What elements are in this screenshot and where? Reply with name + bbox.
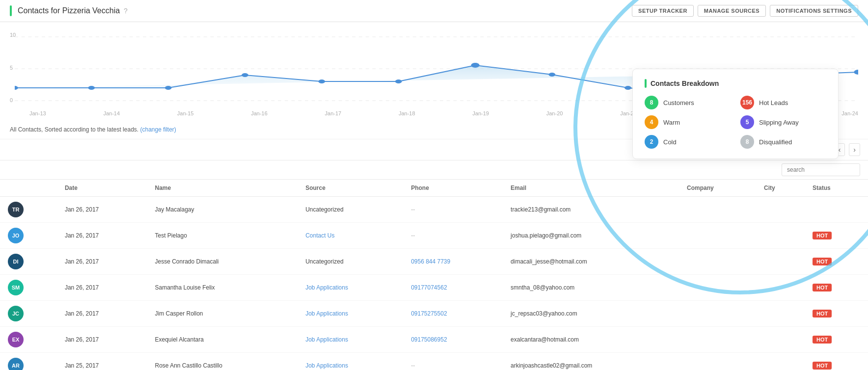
breakdown-badge: 8: [645, 96, 658, 109]
phone-cell[interactable]: 09177074562: [403, 275, 503, 301]
avatar[interactable]: TR: [8, 202, 24, 217]
name-cell[interactable]: Samantha Louise Felix: [147, 275, 298, 301]
col-email[interactable]: Email: [503, 180, 679, 197]
col-date[interactable]: Date: [57, 180, 147, 197]
status-cell: HOT: [805, 223, 868, 249]
breakdown-badge: 5: [740, 115, 754, 129]
source-cell[interactable]: Contact Us: [298, 223, 403, 249]
x-label-jan18: Jan-18: [399, 110, 415, 116]
svg-point-12: [624, 86, 631, 90]
col-status[interactable]: Status: [805, 180, 868, 197]
col-city[interactable]: City: [756, 180, 805, 197]
avatar-cell: EX: [0, 327, 57, 353]
breakdown-label: Disqualified: [759, 138, 792, 146]
date-cell: Jan 26, 2017: [57, 275, 147, 301]
source-link[interactable]: Job Applications: [305, 362, 348, 369]
email-cell: exalcantara@hotmail.com: [503, 327, 679, 353]
city-cell: [756, 275, 805, 301]
x-label-jan19: Jan-19: [472, 110, 489, 116]
next-button[interactable]: ›: [849, 143, 860, 156]
phone-link[interactable]: 09175086952: [411, 336, 447, 343]
avatar-cell: AR: [0, 353, 57, 370]
city-cell: [756, 327, 805, 353]
avatar[interactable]: JC: [8, 306, 24, 321]
name-cell[interactable]: Test Pielago: [147, 223, 298, 249]
svg-point-10: [471, 63, 479, 68]
company-cell: [679, 327, 756, 353]
source-cell: Uncategorized: [298, 249, 403, 275]
manage-sources-button[interactable]: MANAGE SOURCES: [698, 5, 766, 17]
status-badge: HOT: [813, 310, 832, 317]
name-cell[interactable]: Jay Macalagay: [147, 197, 298, 223]
company-cell: [679, 223, 756, 249]
phone-link[interactable]: 09175275502: [411, 310, 447, 317]
breakdown-label: Hot Leads: [759, 99, 788, 106]
phone-cell[interactable]: 09175275502: [403, 301, 503, 327]
status-cell: HOT: [805, 327, 868, 353]
col-phone[interactable]: Phone: [403, 180, 503, 197]
x-label-jan16: Jan-16: [251, 110, 268, 116]
email-cell: smntha_08@yahoo.com: [503, 275, 679, 301]
phone-dash: --: [411, 206, 415, 213]
phone-cell[interactable]: 09175086952: [403, 327, 503, 353]
table-row: ARJan 25, 2017Rose Ann Castillo Castillo…: [0, 353, 868, 370]
city-cell: [756, 249, 805, 275]
source-cell[interactable]: Job Applications: [298, 275, 403, 301]
email-cell: jc_repsac03@yahoo.com: [503, 301, 679, 327]
status-badge: HOT: [813, 232, 832, 239]
phone-link[interactable]: 09177074562: [411, 284, 447, 291]
avatar[interactable]: JO: [8, 228, 24, 243]
breakdown-item: 8Disqualified: [740, 135, 826, 149]
page-title: Contacts for Pizzeria Vecchia: [18, 6, 120, 15]
svg-point-6: [165, 86, 172, 90]
table-row: EXJan 26, 2017Exequiel AlcantaraJob Appl…: [0, 327, 868, 353]
breakdown-title-text: Contacts Breakdown: [651, 79, 719, 87]
source-link[interactable]: Job Applications: [305, 336, 348, 343]
avatar[interactable]: AR: [8, 358, 24, 370]
breakdown-item: 4Warm: [645, 115, 731, 129]
avatar[interactable]: DI: [8, 254, 24, 269]
phone-link[interactable]: 0956 844 7739: [411, 258, 450, 265]
name-cell[interactable]: Jim Casper Rollon: [147, 301, 298, 327]
notifications-settings-button[interactable]: NOTIFICATIONS SETTINGS: [770, 5, 858, 17]
name-cell[interactable]: Exequiel Alcantara: [147, 327, 298, 353]
email-cell: arkinjoashcastle02@gmail.com: [503, 353, 679, 370]
change-filter-link[interactable]: (change filter): [140, 126, 176, 133]
email-cell: trackie213@gmail.com: [503, 197, 679, 223]
company-cell: [679, 197, 756, 223]
setup-tracker-button[interactable]: SETUP TRACKER: [632, 5, 694, 17]
x-label-jan24: Jan-24: [841, 110, 858, 116]
avatar[interactable]: SM: [8, 280, 24, 295]
help-icon[interactable]: ?: [124, 7, 128, 15]
phone-dash: --: [411, 232, 415, 239]
x-label-jan14: Jan-14: [103, 110, 120, 116]
search-input[interactable]: [782, 163, 860, 176]
name-cell[interactable]: Rose Ann Castillo Castillo: [147, 353, 298, 370]
status-badge: HOT: [813, 284, 832, 291]
company-cell: [679, 249, 756, 275]
table-row: JCJan 26, 2017Jim Casper RollonJob Appli…: [0, 301, 868, 327]
source-cell[interactable]: Job Applications: [298, 327, 403, 353]
avatar[interactable]: EX: [8, 332, 24, 347]
col-name[interactable]: Name: [147, 180, 298, 197]
table-row: SMJan 26, 2017Samantha Louise FelixJob A…: [0, 275, 868, 301]
breakdown-accent: [645, 79, 647, 88]
source-link[interactable]: Contact Us: [305, 232, 334, 239]
phone-cell[interactable]: 0956 844 7739: [403, 249, 503, 275]
breakdown-badge: 2: [645, 135, 658, 149]
name-cell[interactable]: Jesse Conrado Dimacali: [147, 249, 298, 275]
company-cell: [679, 301, 756, 327]
col-company[interactable]: Company: [679, 180, 756, 197]
source-link[interactable]: Job Applications: [305, 284, 348, 291]
source-cell[interactable]: Job Applications: [298, 353, 403, 370]
source-cell[interactable]: Job Applications: [298, 301, 403, 327]
date-cell: Jan 26, 2017: [57, 249, 147, 275]
phone-dash: --: [411, 362, 415, 369]
contacts-table: Date Name Source Phone Email Company Cit…: [0, 180, 868, 370]
company-cell: [679, 353, 756, 370]
breakdown-label: Cold: [663, 138, 677, 146]
x-label-jan15: Jan-15: [177, 110, 194, 116]
breakdown-title: Contacts Breakdown: [645, 79, 826, 88]
col-source[interactable]: Source: [298, 180, 403, 197]
source-link[interactable]: Job Applications: [305, 310, 348, 317]
